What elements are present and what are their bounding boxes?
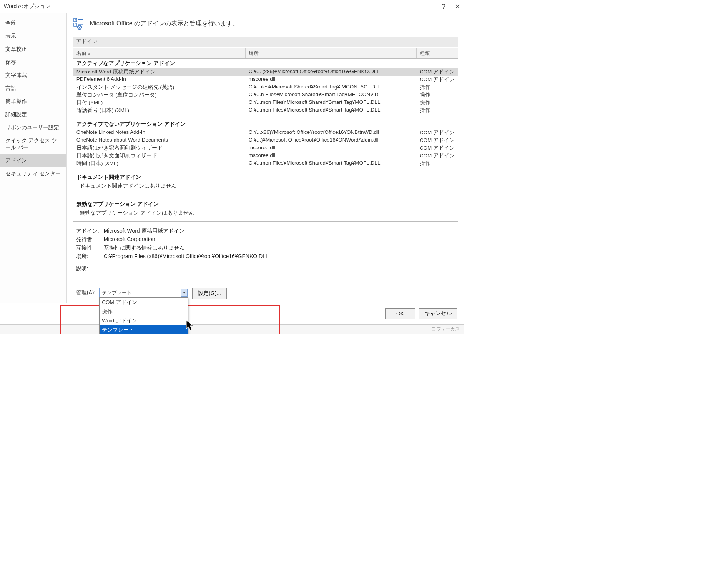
table-row[interactable]: 日本語はがき文面印刷ウィザードmscoree.dllCOM アドイン xyxy=(73,152,458,160)
manage-dropdown[interactable]: COM アドイン操作Word アドインテンプレートXML スキーマXML 拡張パ… xyxy=(99,297,188,334)
table-row[interactable]: 日付 (XML)C:¥...mon Files¥Microsoft Shared… xyxy=(73,99,458,107)
table-row[interactable]: 電話番号 (日本) (XML)C:¥...mon Files¥Microsoft… xyxy=(73,107,458,114)
footer-buttons: OK キャンセル xyxy=(0,303,464,324)
svg-rect-6 xyxy=(78,19,83,20)
manage-combo[interactable]: テンプレート ▼ COM アドイン操作Word アドインテンプレートXML スキ… xyxy=(99,288,188,297)
detail-label-publisher: 発行者: xyxy=(76,236,104,243)
sidebar-item[interactable]: クイック アクセス ツール バー xyxy=(0,134,66,154)
manage-combo-value: テンプレート xyxy=(102,289,132,296)
sidebar-item[interactable]: 詳細設定 xyxy=(0,108,66,121)
sidebar-item[interactable]: 保存 xyxy=(0,56,66,69)
table-row[interactable]: PDFelement 6 Add-Inmscoree.dllCOM アドイン xyxy=(73,76,458,83)
table-group-header: アクティブなアプリケーション アドイン xyxy=(73,59,458,68)
status-bar: ▢ フォーカス xyxy=(0,324,464,334)
svg-rect-7 xyxy=(78,24,83,25)
sidebar-item[interactable]: 文字体裁 xyxy=(0,69,66,82)
sidebar-item[interactable]: アドイン xyxy=(0,154,66,167)
titlebar: Word のオプション ? ✕ xyxy=(0,0,464,13)
sidebar-item[interactable]: 文章校正 xyxy=(0,43,66,56)
detail-value-location: C:¥Program Files (x86)¥Microsoft Office¥… xyxy=(104,253,455,260)
sidebar-item[interactable]: リボンのユーザー設定 xyxy=(0,121,66,134)
sidebar-item[interactable]: 表示 xyxy=(0,30,66,43)
addins-icon xyxy=(73,17,85,30)
sidebar-item[interactable]: セキュリティ センター xyxy=(0,167,66,180)
table-empty-message: 無効なアプリケーション アドインはありません xyxy=(73,209,458,221)
svg-rect-2 xyxy=(75,20,76,20)
chevron-down-icon[interactable]: ▼ xyxy=(181,289,188,297)
table-row[interactable]: 時間 (日本) (XML)C:¥...mon Files¥Microsoft S… xyxy=(73,160,458,167)
sort-asc-icon: ▲ xyxy=(87,52,91,56)
svg-rect-1 xyxy=(75,19,76,20)
table-row[interactable]: 単位コンバータ (単位コンバータ)C:¥...n Files¥Microsoft… xyxy=(73,91,458,99)
detail-value-compat: 互換性に関する情報はありません xyxy=(104,245,455,252)
table-row[interactable]: 日本語はがき宛名面印刷ウィザードmscoree.dllCOM アドイン xyxy=(73,144,458,152)
cancel-button[interactable]: キャンセル xyxy=(419,308,457,319)
table-group-header: ドキュメント関連アドイン xyxy=(73,173,458,182)
svg-rect-5 xyxy=(75,25,76,25)
sidebar-item[interactable]: 全般 xyxy=(0,17,66,30)
detail-label-location: 場所: xyxy=(76,253,104,260)
col-type[interactable]: 種類 xyxy=(417,48,458,58)
sidebar-item[interactable]: 言語 xyxy=(0,82,66,95)
content-pane: Microsoft Office のアドインの表示と管理を行います。 アドイン … xyxy=(67,13,464,303)
sidebar: 全般表示文章校正保存文字体裁言語簡単操作詳細設定リボンのユーザー設定クイック ア… xyxy=(0,13,67,303)
detail-label-description: 説明: xyxy=(76,265,104,272)
detail-label-compat: 互換性: xyxy=(76,245,104,252)
col-name[interactable]: 名前▲ xyxy=(73,48,246,58)
detail-label-addin: アドイン: xyxy=(76,228,104,235)
table-body: アクティブなアプリケーション アドインMicrosoft Word 原稿用紙アド… xyxy=(73,59,458,221)
detail-value-publisher: Microsoft Corporation xyxy=(104,236,455,243)
manage-go-button[interactable]: 設定(G)... xyxy=(192,288,227,299)
table-row[interactable]: インスタント メッセージの連絡先 (英語)C:¥...iles¥Microsof… xyxy=(73,83,458,91)
close-icon[interactable]: ✕ xyxy=(455,2,460,11)
content-header: Microsoft Office のアドインの表示と管理を行います。 xyxy=(73,17,458,30)
dropdown-option[interactable]: COM アドイン xyxy=(100,298,188,307)
dropdown-option[interactable]: テンプレート xyxy=(100,325,188,334)
svg-point-9 xyxy=(79,27,80,28)
sidebar-item[interactable]: 簡単操作 xyxy=(0,95,66,108)
detail-value-addin: Microsoft Word 原稿用紙アドイン xyxy=(104,228,455,235)
titlebar-actions: ? ✕ xyxy=(442,2,460,11)
detail-value-description xyxy=(104,265,455,272)
manage-row: 管理(A): テンプレート ▼ COM アドイン操作Word アドインテンプレー… xyxy=(73,284,458,303)
table-group-header: アクティブでないアプリケーション アドイン xyxy=(73,120,458,129)
focus-indicator: ▢ フォーカス xyxy=(431,326,460,332)
table-empty-message: ドキュメント関連アドインはありません xyxy=(73,182,458,194)
col-location[interactable]: 場所 xyxy=(246,48,417,58)
dropdown-option[interactable]: 操作 xyxy=(100,307,188,316)
svg-rect-4 xyxy=(75,24,76,24)
dropdown-option[interactable]: Word アドイン xyxy=(100,316,188,325)
table-row[interactable]: OneNote Notes about Word DocumentsC:¥...… xyxy=(73,137,458,144)
table-header: 名前▲ 場所 種類 xyxy=(73,48,458,59)
detail-block: アドイン:Microsoft Word 原稿用紙アドイン 発行者:Microso… xyxy=(73,225,458,277)
manage-label: 管理(A): xyxy=(76,288,96,296)
help-icon[interactable]: ? xyxy=(442,3,445,11)
table-row[interactable]: OneNote Linked Notes Add-InC:¥...x86)¥Mi… xyxy=(73,129,458,137)
content-header-title: Microsoft Office のアドインの表示と管理を行います。 xyxy=(90,20,239,28)
ok-button[interactable]: OK xyxy=(385,308,415,319)
addin-table: 名前▲ 場所 種類 アクティブなアプリケーション アドインMicrosoft W… xyxy=(73,48,458,222)
section-label: アドイン xyxy=(73,37,458,47)
table-row[interactable]: Microsoft Word 原稿用紙アドインC:¥... (x86)¥Micr… xyxy=(73,68,458,76)
table-group-header: 無効なアプリケーション アドイン xyxy=(73,200,458,209)
window-title: Word のオプション xyxy=(4,3,50,10)
